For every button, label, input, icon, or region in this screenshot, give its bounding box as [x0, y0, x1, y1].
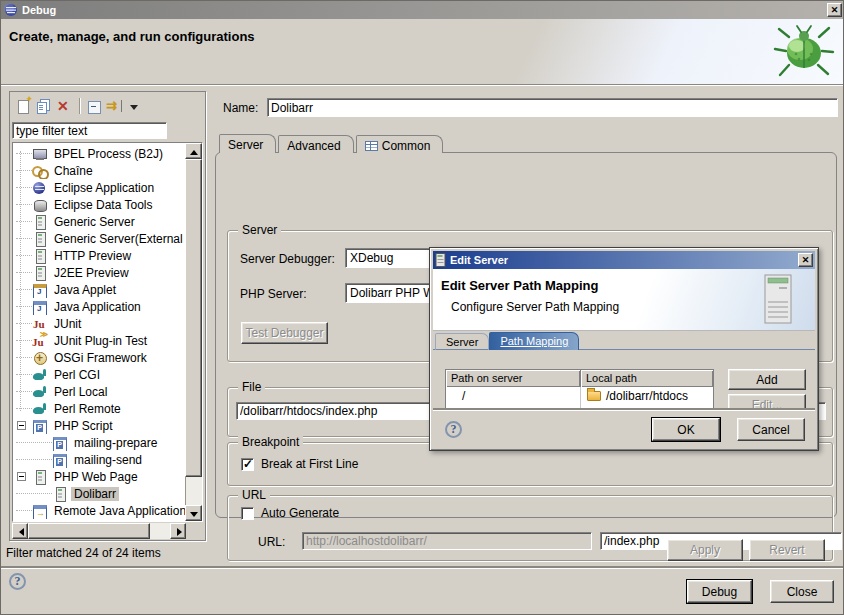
php-icon	[32, 418, 48, 434]
scrollbar-thumb[interactable]	[28, 523, 150, 539]
scroll-left-icon[interactable]	[12, 523, 28, 539]
folder-icon	[587, 391, 601, 401]
server-group-title: Server	[238, 223, 281, 237]
dialog-tab-path-mapping[interactable]: Path Mapping	[489, 332, 579, 350]
menu-dropdown-icon[interactable]	[125, 98, 145, 115]
tree-item-java-application[interactable]: Java Application	[13, 298, 185, 315]
name-input[interactable]	[267, 98, 838, 117]
path-mapping-table: Path on server Local path / /dolibarr/ht…	[445, 369, 714, 410]
breakpoint-group-title: Breakpoint	[238, 435, 303, 449]
path-mapping-content: Path on server Local path / /dolibarr/ht…	[433, 349, 815, 410]
close-button[interactable]: Close	[770, 580, 834, 603]
tree-vertical-scrollbar[interactable]	[185, 143, 202, 521]
auto-generate-checkbox[interactable]	[241, 507, 254, 520]
help-icon[interactable]: ?	[9, 573, 26, 590]
filter-input[interactable]	[12, 122, 167, 139]
dialog-button-bar: ? OK Cancel	[433, 408, 815, 447]
tree-item-generic-server[interactable]: Generic Server	[13, 213, 185, 230]
dialog-tabs: Server Path Mapping	[435, 332, 579, 350]
cancel-button[interactable]: Cancel	[737, 418, 805, 441]
server-debugger-label: Server Debugger:	[240, 252, 335, 266]
break-first-line-checkbox[interactable]	[241, 458, 254, 471]
tab-advanced[interactable]: Advanced	[278, 135, 353, 153]
column-path-on-server[interactable]: Path on server	[446, 370, 581, 387]
eclipse-icon	[4, 3, 18, 17]
scroll-right-icon[interactable]	[170, 523, 186, 539]
table-header-row: Path on server Local path	[446, 370, 713, 387]
name-label: Name:	[223, 101, 258, 115]
delete-configuration-icon[interactable]	[54, 98, 74, 115]
dialog-titlebar: Edit Server ✕	[433, 251, 815, 269]
chain-icon	[32, 163, 48, 179]
base-url-input	[302, 532, 592, 550]
tree-item-osgi-framework[interactable]: OSGi Framework	[13, 349, 185, 366]
osgi-icon	[32, 350, 48, 366]
ok-button[interactable]: OK	[652, 418, 720, 441]
window-titlebar: Debug ✕	[1, 1, 844, 19]
close-icon: ✕	[802, 256, 810, 265]
window-close-button[interactable]: ✕	[827, 3, 842, 17]
tab-server[interactable]: Server	[219, 134, 276, 153]
collapse-all-icon[interactable]	[85, 98, 105, 115]
configuration-tabs: Server Advanced Common	[219, 134, 445, 153]
tree-item-bpel-process[interactable]: BPEL Process (B2J)	[13, 145, 185, 162]
name-row: Name:	[223, 98, 829, 118]
tree-item-php-script[interactable]: PHP Script	[13, 417, 185, 434]
debug-configurations-window: Debug ✕ Create, manage, and run configur…	[0, 0, 844, 615]
tree-item-remote-java-application[interactable]: Remote Java Application	[13, 502, 185, 519]
apply-button[interactable]: Apply	[667, 539, 743, 561]
scroll-down-icon[interactable]	[185, 505, 202, 521]
dialog-close-button[interactable]: ✕	[798, 253, 813, 267]
tree-item-mailing-prepare[interactable]: mailing-prepare	[13, 434, 185, 451]
local-path-cell: /dolibarr/htdocs	[581, 387, 713, 404]
duplicate-configuration-icon[interactable]	[34, 98, 54, 115]
tree-item-perl-local[interactable]: Perl Local	[13, 383, 185, 400]
table-icon	[365, 141, 378, 151]
dialog-subheading: Configure Server Path Mapping	[451, 300, 619, 314]
scroll-up-icon[interactable]	[185, 143, 202, 159]
tree-item-generic-server-external[interactable]: Generic Server(External La	[13, 230, 185, 247]
file-group-title: File	[238, 380, 265, 394]
tree-item-java-applet[interactable]: Java Applet	[13, 281, 185, 298]
tree-item-perl-cgi[interactable]: Perl CGI	[13, 366, 185, 383]
column-local-path[interactable]: Local path	[581, 370, 713, 387]
url-group-title: URL	[238, 488, 270, 502]
tree-item-junit-plugin-test[interactable]: JUnit Plug-in Test	[13, 332, 185, 349]
php-server-icon	[52, 486, 68, 502]
tree-item-dolibarr[interactable]: Dolibarr	[13, 485, 185, 502]
tree-item-eclipse-application[interactable]: Eclipse Application	[13, 179, 185, 196]
sidebar-toolbar	[10, 92, 205, 120]
test-debugger-button[interactable]: Test Debugger	[241, 322, 328, 344]
filter-configurations-icon[interactable]	[105, 98, 125, 115]
auto-generate-row: Auto Generate	[241, 506, 339, 520]
collapse-toggle-icon[interactable]	[17, 421, 26, 430]
tree-item-php-web-page[interactable]: PHP Web Page	[13, 468, 185, 485]
java-application-icon	[32, 299, 48, 315]
tree-item-mailing-send[interactable]: mailing-send	[13, 451, 185, 468]
wizard-header: Create, manage, and run configurations	[1, 19, 844, 85]
filter-status: Filter matched 24 of 24 items	[6, 546, 161, 560]
tree-item-eclipse-data-tools[interactable]: Eclipse Data Tools	[13, 196, 185, 213]
tree-item-chaine[interactable]: Chaîne	[13, 162, 185, 179]
server-icon	[32, 231, 48, 247]
footer-separator	[1, 566, 844, 568]
tree-item-junit[interactable]: JUnit	[13, 315, 185, 332]
tab-common[interactable]: Common	[356, 135, 444, 153]
tree-item-perl-remote[interactable]: Perl Remote	[13, 400, 185, 417]
debug-button[interactable]: Debug	[687, 580, 752, 603]
collapse-toggle-icon[interactable]	[17, 472, 26, 481]
table-row[interactable]: / /dolibarr/htdocs	[446, 387, 713, 404]
revert-button[interactable]: Revert	[749, 539, 825, 561]
tree-item-http-preview[interactable]: HTTP Preview	[13, 247, 185, 264]
tree-item-j2ee-preview[interactable]: J2EE Preview	[13, 264, 185, 281]
new-configuration-icon[interactable]	[14, 98, 34, 115]
scrollbar-thumb[interactable]	[185, 159, 202, 477]
php-server-icon	[32, 469, 48, 485]
perl-icon	[32, 401, 48, 417]
add-mapping-button[interactable]: Add	[728, 369, 806, 390]
eclipse-application-icon	[32, 180, 48, 196]
server-icon	[32, 248, 48, 264]
dialog-help-icon[interactable]: ?	[445, 421, 462, 438]
dialog-tab-server[interactable]: Server	[435, 333, 489, 350]
tree-horizontal-scrollbar[interactable]	[12, 523, 186, 539]
